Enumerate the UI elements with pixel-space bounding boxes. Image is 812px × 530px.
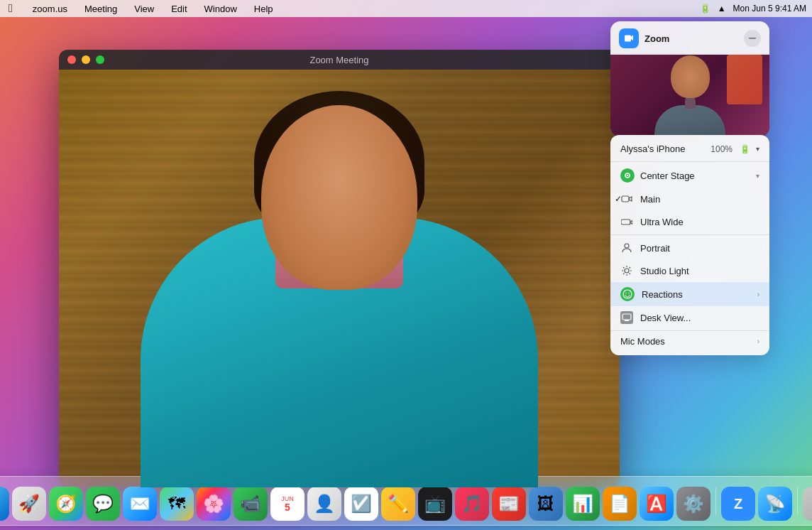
messages-icon: 💬 [92, 494, 114, 514]
dock-item-trash[interactable]: 🗑 [803, 487, 812, 521]
safari-icon: 🧭 [55, 494, 77, 514]
reactions-label: Reactions [642, 289, 750, 300]
menubar-battery: 🔋 [700, 4, 710, 13]
reactions-icon [620, 287, 635, 301]
menubar-edit[interactable]: Edit [168, 2, 190, 16]
calendar-display: JUN 5 [281, 496, 294, 512]
zoom-notification-icon [619, 28, 639, 48]
pages-icon: 📄 [609, 494, 630, 514]
camera-notification-popup: Zoom [610, 21, 769, 137]
dock-item-safari[interactable]: 🧭 [49, 487, 83, 521]
device-chevron-icon: ▾ [756, 145, 759, 153]
zoom-window: Zoom Meeting [59, 50, 620, 487]
dock-item-calendar[interactable]: JUN 5 [270, 487, 304, 521]
dock-item-messages[interactable]: 💬 [86, 487, 120, 521]
dock-item-freeform[interactable]: ✏️ [381, 487, 415, 521]
dock-item-maps[interactable]: 🗺 [160, 487, 194, 521]
dock-item-zoom[interactable]: Z [721, 487, 755, 521]
dock-separator [715, 487, 716, 514]
participant-video [59, 70, 620, 487]
svg-point-2 [627, 175, 628, 176]
camera-main-option[interactable]: Main [610, 188, 769, 210]
thumb-art [727, 55, 762, 104]
portrait-label: Portrait [640, 243, 759, 254]
menubar-help[interactable]: Help [251, 2, 276, 16]
dock-item-finder[interactable]: 🖥 [0, 487, 9, 521]
dock-item-appletv[interactable]: 📺 [418, 487, 452, 521]
mic-modes-option[interactable]: Mic Modes › [610, 330, 769, 352]
menubar-datetime: Mon Jun 5 9:41 AM [733, 4, 806, 13]
thumbnail-person [647, 55, 733, 137]
maximize-button[interactable] [96, 55, 104, 64]
battery-percentage: 100% [710, 144, 733, 154]
maps-icon: 🗺 [168, 494, 185, 514]
reactions-option[interactable]: Reactions › [610, 282, 769, 306]
window-title: Zoom Meeting [309, 55, 368, 65]
facetime-icon: 📹 [240, 494, 261, 514]
svg-point-6 [625, 269, 629, 273]
dock-item-systemprefs[interactable]: ⚙️ [676, 487, 710, 521]
apple-menu[interactable]:  [6, 1, 16, 16]
dock-separator-2 [797, 487, 798, 514]
device-name: Alyssa's iPhone [620, 144, 706, 154]
dock-item-pages[interactable]: 📄 [603, 487, 637, 521]
center-stage-icon [620, 168, 635, 183]
freeform-icon: ✏️ [388, 494, 409, 514]
desk-view-option[interactable]: Desk View... [610, 306, 769, 329]
svg-rect-0 [749, 38, 756, 39]
mic-modes-arrow-icon: › [757, 337, 759, 345]
menubar-meeting[interactable]: Meeting [82, 2, 120, 16]
face-area [261, 105, 417, 290]
person-silhouette [59, 70, 620, 487]
zoom-video-area [59, 70, 620, 487]
keynote-icon: 🖼 [537, 494, 554, 514]
finder-icon: 🖥 [0, 493, 1, 515]
center-stage-row[interactable]: Center Stage ▾ [610, 163, 769, 188]
dock-item-appstore[interactable]: 🅰️ [640, 487, 674, 521]
systemprefs-icon: ⚙️ [683, 494, 704, 514]
menubar-view[interactable]: View [131, 2, 157, 16]
camera-main-icon [620, 193, 633, 205]
minimize-button[interactable] [82, 55, 90, 64]
svg-point-17 [628, 293, 630, 294]
svg-line-12 [630, 274, 631, 275]
dock-item-reminders[interactable]: ☑️ [344, 487, 378, 521]
menubar-app-name[interactable]: zoom.us [30, 2, 70, 16]
zoom-titlebar: Zoom Meeting [59, 50, 620, 70]
dock-item-photos[interactable]: 🌸 [197, 487, 231, 521]
divider-1 [610, 161, 769, 162]
dock-item-music[interactable]: 🎵 [455, 487, 489, 521]
news-icon: 📰 [498, 494, 520, 514]
camera-thumbnail [610, 55, 769, 137]
svg-rect-3 [622, 196, 629, 202]
close-button[interactable] [67, 55, 76, 64]
studio-light-option[interactable]: Studio Light [610, 259, 769, 282]
dock-item-news[interactable]: 📰 [492, 487, 526, 521]
desk-view-label: Desk View... [640, 313, 759, 323]
portrait-option[interactable]: Portrait [610, 237, 769, 259]
dock-item-airdrop[interactable]: 📡 [758, 487, 792, 521]
mail-icon: ✉️ [129, 494, 150, 514]
thumb-face [671, 55, 710, 98]
calendar-date: 5 [285, 502, 290, 512]
photos-icon: 🌸 [203, 494, 224, 514]
dock-item-numbers[interactable]: 📊 [566, 487, 600, 521]
svg-line-14 [623, 274, 625, 275]
dock-item-mail[interactable]: ✉️ [123, 487, 157, 521]
desk-view-icon [620, 311, 633, 324]
dock-item-contacts[interactable]: 👤 [307, 487, 341, 521]
camera-ultrawide-option[interactable]: Ultra Wide [610, 210, 769, 233]
dock-item-keynote[interactable]: 🖼 [529, 487, 563, 521]
dock-item-launchpad[interactable]: 🚀 [12, 487, 46, 521]
notification-expand-button[interactable] [744, 30, 761, 47]
menubar-window[interactable]: Window [202, 2, 240, 16]
camera-ultrawide-icon [620, 215, 633, 228]
thumb-jacket [654, 105, 725, 137]
zoom-dock-icon: Z [734, 496, 742, 512]
dock-item-facetime[interactable]: 📹 [234, 487, 268, 521]
divider-2 [610, 234, 769, 235]
numbers-icon: 📊 [572, 494, 593, 514]
portrait-icon [620, 242, 633, 254]
studio-light-icon [620, 264, 633, 277]
device-row[interactable]: Alyssa's iPhone 100% 🔋 ▾ [610, 138, 769, 160]
